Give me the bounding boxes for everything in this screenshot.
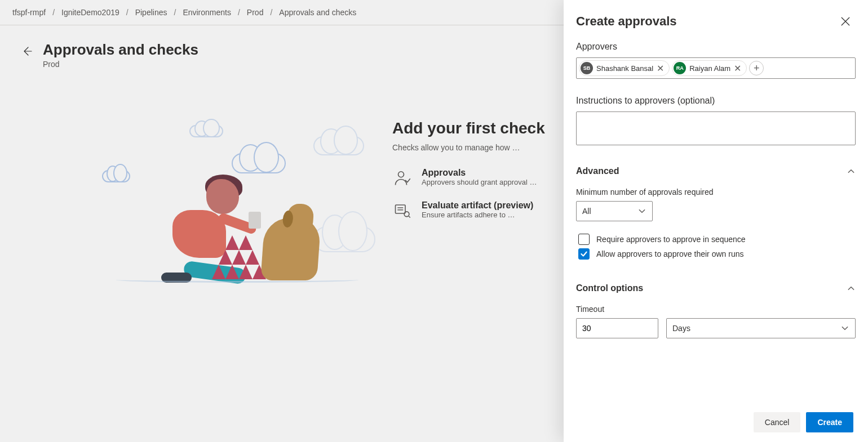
approver-chip: RA Raiyan Alam ✕ bbox=[672, 60, 747, 76]
advanced-section-toggle[interactable]: Advanced bbox=[576, 166, 856, 176]
sequence-checkbox-label: Require approvers to approve in sequence bbox=[596, 235, 746, 244]
chevron-down-icon bbox=[637, 207, 646, 216]
select-value: All bbox=[582, 207, 591, 216]
approvers-picker[interactable]: SB Shashank Bansal ✕ RA Raiyan Alam ✕ + bbox=[576, 57, 856, 79]
instructions-input[interactable] bbox=[576, 111, 856, 145]
instructions-label: Instructions to approvers (optional) bbox=[576, 96, 856, 106]
chevron-up-icon bbox=[847, 167, 856, 176]
approver-name: Raiyan Alam bbox=[689, 64, 730, 73]
timeout-label: Timeout bbox=[576, 305, 856, 314]
create-approvals-panel: Create approvals Approvers SB Shashank B… bbox=[564, 0, 868, 442]
control-options-toggle[interactable]: Control options bbox=[576, 283, 856, 293]
close-icon[interactable] bbox=[838, 14, 853, 29]
cancel-button[interactable]: Cancel bbox=[754, 412, 801, 432]
approver-chip: SB Shashank Bansal ✕ bbox=[579, 60, 670, 76]
section-heading: Control options bbox=[576, 283, 643, 293]
ownruns-checkbox[interactable] bbox=[578, 248, 590, 260]
min-approvals-select[interactable]: All bbox=[576, 201, 653, 221]
select-value: Days bbox=[672, 324, 690, 333]
remove-approver-icon[interactable]: ✕ bbox=[654, 62, 666, 74]
create-button[interactable]: Create bbox=[806, 412, 853, 432]
timeout-unit-select[interactable]: Days bbox=[666, 318, 856, 338]
chevron-down-icon bbox=[840, 324, 849, 333]
panel-title: Create approvals bbox=[576, 14, 677, 29]
ownruns-checkbox-label: Allow approvers to approve their own run… bbox=[596, 249, 743, 258]
panel-body-scroll[interactable]: Approvers SB Shashank Bansal ✕ RA Raiyan… bbox=[564, 35, 868, 403]
remove-approver-icon[interactable]: ✕ bbox=[732, 62, 743, 74]
timeout-value-input[interactable] bbox=[576, 318, 658, 338]
chevron-up-icon bbox=[847, 284, 856, 293]
avatar: RA bbox=[674, 62, 686, 74]
avatar: SB bbox=[581, 62, 593, 74]
min-approvals-label: Minimum number of approvals required bbox=[576, 187, 856, 197]
add-approver-icon[interactable]: + bbox=[749, 61, 764, 75]
sequence-checkbox[interactable] bbox=[578, 234, 590, 245]
approver-name: Shashank Bansal bbox=[596, 64, 653, 73]
approvers-label: Approvers bbox=[576, 42, 856, 52]
section-heading: Advanced bbox=[576, 166, 619, 176]
